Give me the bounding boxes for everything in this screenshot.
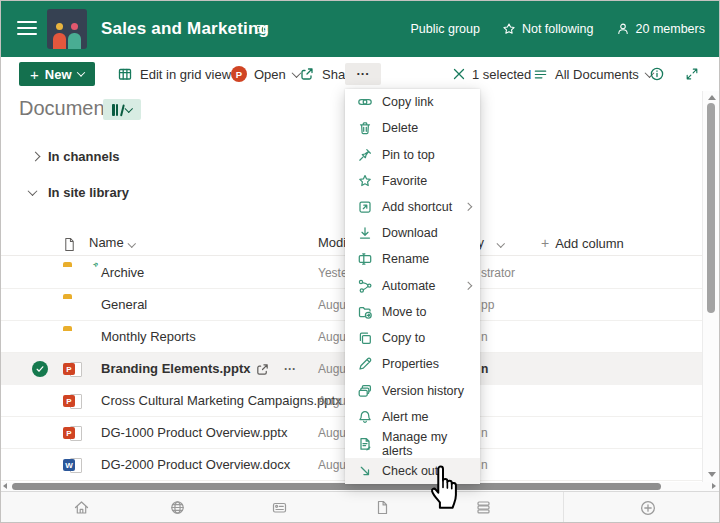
chevron-down-icon	[28, 186, 38, 196]
rename-icon	[357, 251, 373, 267]
submenu-chevron-icon	[463, 203, 471, 211]
more-commands-button[interactable]: ···	[345, 63, 381, 85]
logo-person-left-icon	[53, 23, 66, 49]
trash-icon	[357, 120, 373, 136]
database-icon[interactable]	[475, 499, 492, 516]
new-item-indicator-icon: »	[90, 259, 101, 270]
move-to-icon	[357, 304, 373, 320]
new-button[interactable]: + New	[19, 62, 95, 86]
row-more-button[interactable]: ···	[284, 353, 296, 385]
submenu-chevron-icon	[463, 282, 471, 290]
chevron-down-icon	[125, 104, 133, 112]
add-column-button[interactable]: + Add column	[541, 235, 624, 251]
globe-icon[interactable]	[169, 499, 186, 516]
modified-by-cell: n	[481, 417, 488, 449]
add-circle-icon[interactable]	[639, 499, 657, 517]
members-button[interactable]: 20 members	[616, 22, 705, 36]
modified-by-cell: strator	[481, 257, 515, 289]
section-in-site-library[interactable]: In site library	[1, 183, 201, 201]
file-name-link: Monthly Reports	[101, 321, 196, 353]
open-button[interactable]: P Open	[231, 57, 300, 91]
chevron-down-icon	[76, 68, 84, 76]
menu-item-favorite[interactable]: Favorite	[345, 168, 480, 194]
star-icon	[502, 22, 516, 36]
vertical-scroll-thumb[interactable]	[707, 103, 715, 313]
chevron-down-icon	[497, 239, 505, 247]
edit-grid-view-button[interactable]: Edit in grid view	[117, 57, 231, 91]
file-name-link: DG-1000 Product Overview.pptx	[101, 417, 287, 449]
follow-button[interactable]: Not following	[502, 22, 594, 36]
view-selector[interactable]: All Documents	[533, 57, 653, 91]
section-in-channels[interactable]: In channels	[1, 147, 201, 165]
expand-icon	[685, 67, 699, 81]
logo-person-right-icon	[68, 23, 81, 49]
clear-selection-button[interactable]: 1 selected	[453, 57, 531, 91]
bell-icon	[357, 409, 373, 425]
fullscreen-button[interactable]	[685, 57, 699, 91]
scroll-up-arrow[interactable]	[708, 95, 716, 100]
share-icon	[255, 362, 270, 377]
site-logo[interactable]	[47, 9, 87, 49]
manage-alerts-icon	[357, 436, 373, 452]
chevron-down-icon	[128, 239, 136, 247]
view-list-icon	[533, 67, 548, 82]
media-card-icon[interactable]	[271, 499, 288, 516]
menu-item-delete[interactable]: Delete	[345, 115, 480, 141]
menu-item-check-out[interactable]: Check out	[345, 458, 480, 484]
public-group-label: Public group	[410, 22, 480, 36]
scroll-left-arrow[interactable]	[3, 483, 7, 489]
modified-by-cell: n	[481, 321, 488, 353]
row-share-button[interactable]	[255, 353, 270, 385]
header-status-group: Public group Not following 20 members	[410, 1, 705, 57]
plus-icon: +	[30, 66, 39, 83]
close-icon	[453, 68, 465, 80]
home-icon[interactable]	[73, 499, 90, 516]
pencil-icon	[357, 356, 373, 372]
vertical-scrollbar[interactable]	[702, 91, 719, 482]
library-view-pill[interactable]	[103, 99, 141, 120]
file-name-link: Archive	[101, 257, 144, 289]
selected-check-icon[interactable]	[32, 361, 48, 377]
menu-item-copy-to[interactable]: Copy to	[345, 325, 480, 351]
page-icon[interactable]	[374, 499, 391, 516]
link-icon	[357, 94, 373, 110]
books-icon	[112, 104, 122, 116]
version-history-icon	[357, 383, 373, 399]
scroll-down-arrow[interactable]	[708, 472, 716, 477]
file-name-link: Cross Cultural Marketing Campaigns.pptx	[101, 385, 342, 417]
info-icon	[649, 66, 665, 82]
automate-icon	[357, 278, 373, 294]
pin-icon	[357, 147, 373, 163]
bottom-app-bar	[1, 491, 719, 523]
site-title: Sales and Marketing	[101, 1, 269, 57]
download-icon	[357, 225, 373, 241]
menu-item-add-shortcut[interactable]: Add shortcut	[345, 194, 480, 220]
file-type-column-icon[interactable]	[63, 237, 76, 255]
menu-item-move-to[interactable]: Move to	[345, 299, 480, 325]
command-bar: + New Edit in grid view P Open Share ···…	[1, 57, 719, 91]
menu-item-copy-link[interactable]: Copy link	[345, 89, 480, 115]
column-name[interactable]: Name	[89, 235, 124, 250]
grid-icon	[117, 66, 133, 82]
menu-item-rename[interactable]: Rename	[345, 246, 480, 272]
menu-item-version-history[interactable]: Version history	[345, 377, 480, 403]
details-pane-button[interactable]	[649, 57, 665, 91]
file-context-menu: Copy link Delete Pin to top Favorite Add…	[345, 89, 480, 484]
menu-item-automate[interactable]: Automate	[345, 273, 480, 299]
menu-item-properties[interactable]: Properties	[345, 351, 480, 377]
menu-item-alert-me[interactable]: Alert me	[345, 404, 480, 430]
horizontal-scroll-thumb[interactable]	[12, 483, 661, 490]
menu-item-manage-my-alerts[interactable]: Manage my alerts	[345, 430, 480, 458]
menu-item-download[interactable]: Download	[345, 220, 480, 246]
check-out-icon	[357, 463, 373, 479]
star-icon	[357, 173, 373, 189]
teams-icon	[255, 22, 268, 40]
modified-by-cell: n	[481, 353, 488, 385]
scroll-right-arrow[interactable]	[712, 483, 716, 489]
menu-item-pin-to-top[interactable]: Pin to top	[345, 141, 480, 167]
sharepoint-library-window: Sales and Marketing Public group Not fol…	[0, 0, 720, 523]
chevron-right-icon	[31, 151, 41, 161]
shortcut-icon	[357, 199, 373, 215]
hamburger-menu-icon[interactable]	[17, 21, 37, 37]
modified-by-cell: n	[481, 449, 488, 481]
